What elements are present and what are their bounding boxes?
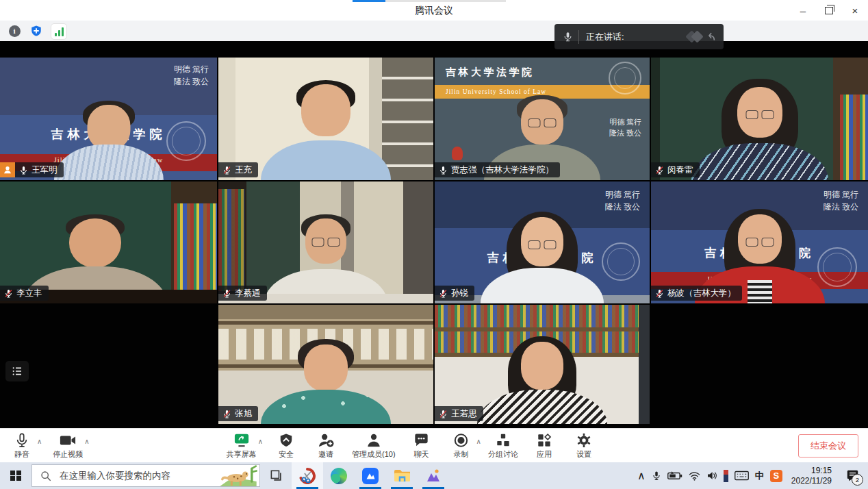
task-view-button[interactable] <box>260 462 292 489</box>
participant-name: 张旭 <box>235 408 252 420</box>
taskbar-app-file-explorer[interactable] <box>386 462 418 489</box>
video-tile-6[interactable]: 李綦通 <box>218 181 433 303</box>
record-options-chevron[interactable]: ∧ <box>476 438 481 445</box>
close-button[interactable]: × <box>842 0 868 21</box>
record-button[interactable]: 录制 <box>448 430 475 462</box>
video-tile-8[interactable]: 明德 篤行隆法 致公 吉林大学法学院 Jilin University Scho… <box>651 181 868 303</box>
video-tile-5[interactable]: 李立丰 <box>0 181 217 303</box>
purple-mountain-app-icon <box>425 468 442 484</box>
video-tile-4[interactable]: 闵春雷 <box>651 58 868 180</box>
restore-button[interactable] <box>816 0 842 21</box>
curtain <box>639 305 650 424</box>
end-meeting-button[interactable]: 结束会议 <box>798 434 858 457</box>
meeting-top-toolbar: i 22:11 宫格视图 ▾ <box>0 21 868 42</box>
invite-person-icon <box>318 433 334 448</box>
gear-icon <box>576 433 591 448</box>
school-seal-icon <box>609 62 641 95</box>
search-icon <box>40 471 51 481</box>
mute-button[interactable]: 静音 <box>8 430 36 462</box>
video-tile-7[interactable]: 明德 篤行隆法 致公 吉林大学法学院 孙锐 <box>435 181 650 303</box>
apps-button[interactable]: 应用 <box>531 430 558 462</box>
striped-top <box>748 280 772 303</box>
meeting-info-button[interactable]: i <box>7 23 22 38</box>
network-protect-button[interactable] <box>29 23 44 38</box>
mic-on-icon <box>439 166 448 175</box>
start-button[interactable] <box>0 462 31 489</box>
bookshelf <box>840 95 868 180</box>
stop-video-button[interactable]: 停止视频 <box>53 430 83 462</box>
video-tile-1[interactable]: 明德 篤行隆法 致公 吉林大学法学院 Jilin University Scho… <box>0 58 217 180</box>
ime-indicator[interactable]: 中 <box>755 470 764 482</box>
share-screen-button[interactable]: 共享屏幕 <box>227 430 257 462</box>
video-tile-10[interactable]: 王若思 <box>435 305 650 424</box>
mute-options-chevron[interactable]: ∧ <box>37 438 42 445</box>
touch-keyboard-icon[interactable] <box>735 471 749 481</box>
sogou-icon[interactable]: S <box>770 470 782 482</box>
tencent-meeting-icon <box>362 468 379 484</box>
mic-muted-icon <box>222 289 231 298</box>
chat-button[interactable]: 聊天 <box>408 430 435 462</box>
tray-time: 19:15 <box>811 466 832 476</box>
video-tile-2[interactable]: 王充 <box>218 58 433 180</box>
member-list-toggle-button[interactable] <box>5 361 29 381</box>
video-options-chevron[interactable]: ∧ <box>84 438 89 445</box>
breakout-icon <box>496 433 511 448</box>
mic-on-icon <box>19 166 28 175</box>
security-shield-icon <box>279 433 294 448</box>
mic-icon <box>563 32 573 42</box>
mic-muted-icon <box>439 410 448 418</box>
breakout-rooms-button[interactable]: 分组讨论 <box>488 430 518 462</box>
taskbar-app-snip[interactable] <box>292 462 323 489</box>
tray-expand-chevron[interactable]: ∧ <box>637 469 646 482</box>
school-seal-icon <box>602 242 640 281</box>
notification-count-badge: 2 <box>852 474 863 486</box>
search-input[interactable] <box>58 470 218 481</box>
flag-app-icon[interactable] <box>724 470 728 482</box>
window-title: 腾讯会议 <box>0 5 868 17</box>
participant-name: 李立丰 <box>16 288 42 299</box>
manage-members-button[interactable]: 管理成员(10) <box>352 430 396 462</box>
list-icon <box>11 366 23 377</box>
settings-button[interactable]: 设置 <box>570 430 598 462</box>
shelf <box>435 327 650 331</box>
windows-taskbar: ∧ 中 S 19:15 2022/11/29 <box>0 462 868 489</box>
school-seal-icon <box>166 121 206 161</box>
participant-name: 杨波（吉林大学） <box>667 288 736 299</box>
leopard-illustration <box>217 465 259 486</box>
minimize-button[interactable]: – <box>790 0 816 21</box>
network-signal-button[interactable] <box>51 23 67 40</box>
participant-name: 贾志强（吉林大学法学院） <box>451 164 554 176</box>
share-options-chevron[interactable]: ∧ <box>258 438 263 445</box>
bookshelf <box>218 189 244 292</box>
undo-arrow-icon <box>704 32 717 42</box>
participant-name: 王若思 <box>451 408 477 420</box>
battery-icon[interactable] <box>667 471 682 481</box>
title-bar: 腾讯会议 – × <box>0 0 868 21</box>
taskbar-app-tencent-meeting[interactable] <box>355 462 386 489</box>
taskbar-search[interactable] <box>31 464 260 487</box>
video-grid: 明德 篤行隆法 致公 吉林大学法学院 Jilin University Scho… <box>0 41 868 428</box>
meeting-bottom-toolbar: 静音 ∧ 停止视频 ∧ 共享屏幕 ∧ 安全 邀请 <box>0 428 868 463</box>
chat-icon <box>413 433 429 448</box>
security-button[interactable]: 安全 <box>272 430 300 462</box>
taskbar-app-purple-mountain[interactable] <box>418 462 449 489</box>
participant-name: 闵春雷 <box>667 164 693 176</box>
restore-icon <box>825 7 833 14</box>
notification-center-button[interactable]: 2 <box>841 462 864 489</box>
task-view-icon <box>270 469 283 482</box>
record-icon <box>453 433 469 448</box>
video-tile-3[interactable]: 吉林大学法学院 Jilin University School of Law 明… <box>435 58 650 180</box>
edge-icon <box>331 468 347 484</box>
taskbar-app-edge[interactable] <box>323 462 355 489</box>
members-icon <box>366 433 381 448</box>
tray-clock[interactable]: 19:15 2022/11/29 <box>791 466 832 486</box>
wifi-icon[interactable] <box>689 471 700 481</box>
participant-name: 王充 <box>235 164 252 176</box>
invite-button[interactable]: 邀请 <box>312 430 340 462</box>
mic-muted-icon <box>655 166 664 175</box>
tray-date: 2022/11/29 <box>791 476 832 486</box>
file-explorer-icon <box>394 468 411 483</box>
video-tile-9[interactable]: 张旭 <box>218 305 433 424</box>
tray-mic-icon[interactable] <box>652 470 661 481</box>
volume-icon[interactable] <box>706 471 717 481</box>
